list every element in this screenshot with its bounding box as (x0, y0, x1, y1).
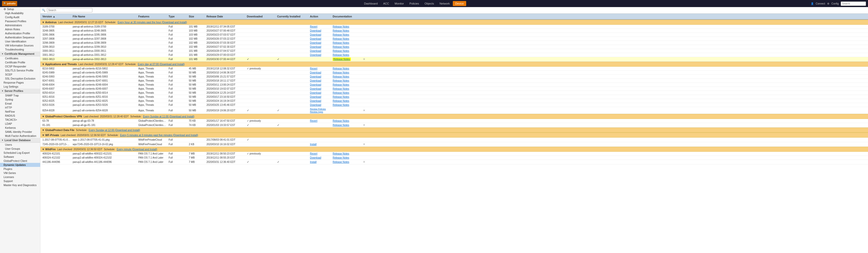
gp-vpn-schedule-link[interactable]: Every Sunday at 11:00 (Download and Inst… (143, 115, 194, 118)
row-close-btn[interactable]: ✕ (362, 143, 367, 146)
sidebar-item-saml[interactable]: SAML Identity Provider (0, 130, 40, 134)
sidebar-item-ocsp[interactable]: OCSP Responder (0, 64, 40, 68)
row-action[interactable]: Download (309, 79, 332, 82)
config-label[interactable]: Config (831, 2, 839, 5)
sidebar-item-setup[interactable]: ⚙Setup (0, 7, 40, 11)
gp-data-schedule-link[interactable]: Every Sunday at 12:00 (Download and Inst… (89, 129, 140, 131)
row-action[interactable]: Download (309, 87, 332, 90)
row-action[interactable]: Download (309, 71, 332, 74)
nav-network[interactable]: Network (437, 1, 452, 6)
row-doc[interactable]: Release Notes (332, 53, 362, 57)
row-doc[interactable]: Release Notes (332, 75, 362, 78)
sidebar-item-admin-roles[interactable]: Admin Roles (0, 27, 40, 31)
row-doc[interactable]: Release Notes (332, 124, 362, 127)
sidebar-item-auth-sequence[interactable]: Authentication Sequence (0, 35, 40, 39)
row-close-btn[interactable]: ✕ (362, 108, 367, 113)
col-size[interactable]: Size (188, 14, 206, 19)
sidebar-item-master-key[interactable]: Master Key and Diagnostics (0, 183, 40, 187)
sidebar-item-syslog[interactable]: Syslog (0, 97, 40, 101)
sidebar-item-scep[interactable]: SCEP (0, 72, 40, 76)
sidebar-item-tacacs[interactable]: TACACS+ (0, 118, 40, 122)
sidebar-header-local-users[interactable]: ▼Local User Database (0, 138, 40, 143)
sidebar-item-snmp[interactable]: SNMP Trap (0, 93, 40, 97)
sidebar-header-server-profiles[interactable]: ▼Server Profiles (0, 89, 40, 93)
sidebar-item-netflow[interactable]: NetFlow (0, 109, 40, 114)
sidebar-item-user-id[interactable]: User Identification (0, 39, 40, 43)
sidebar-item-plugins[interactable]: Plugins (0, 167, 40, 171)
col-downloaded[interactable]: Downloaded (246, 14, 276, 19)
nav-device[interactable]: Device (453, 1, 466, 6)
top-search-input[interactable] (841, 1, 866, 6)
row-action[interactable]: Revert (309, 67, 332, 70)
nav-policies[interactable]: Policies (407, 1, 422, 6)
sidebar-item-response-pages[interactable]: Response Pages (0, 81, 40, 85)
row-doc[interactable]: Release Notes (332, 67, 362, 70)
sidebar-item-troubleshooting[interactable]: Troubleshooting (0, 48, 40, 52)
sidebar-item-users[interactable]: Users (0, 143, 40, 147)
sidebar-item-ldap[interactable]: LDAP (0, 122, 40, 126)
col-action[interactable]: Action (309, 14, 332, 19)
row-doc[interactable]: Release Notes (332, 49, 362, 53)
row-doc[interactable]: Release Notes (332, 83, 362, 86)
apps-threats-schedule-link[interactable]: Every day at 07:00 (Download and Install… (138, 63, 185, 66)
nav-acc[interactable]: ACC (381, 1, 392, 6)
sidebar-item-gp-client[interactable]: GlobalProtect Client (0, 159, 40, 163)
sidebar-item-auth-profile[interactable]: Authentication Profile (0, 31, 40, 35)
sidebar-item-user-groups[interactable]: User Groups (0, 147, 40, 151)
sidebar-item-ssl-decryption[interactable]: SSL Decryption Exclusion (0, 76, 40, 81)
row-action[interactable]: Install (309, 143, 332, 146)
row-action[interactable]: Revert (309, 25, 332, 28)
sidebar-item-mfa[interactable]: Multi Factor Authentication (0, 134, 40, 138)
row-action[interactable]: Review PoliciesReview Apps (309, 107, 332, 114)
sidebar-item-scheduled-log[interactable]: Scheduled Log Export (0, 151, 40, 155)
col-filename[interactable]: File Name (72, 14, 137, 19)
sidebar-item-log-settings[interactable]: Log Settings (0, 85, 40, 89)
row-doc[interactable]: Release Notes (332, 87, 362, 90)
sidebar-item-vm-info[interactable]: VM Information Sources (0, 43, 40, 48)
row-doc[interactable]: Release Notes (332, 99, 362, 102)
row-action[interactable]: Download (309, 103, 332, 106)
row-doc[interactable]: Release Notes (332, 79, 362, 82)
row-doc[interactable]: Release Notes (332, 160, 362, 164)
col-version[interactable]: Version ▲ (41, 14, 72, 19)
row-action[interactable]: Download (309, 37, 332, 40)
row-doc[interactable]: Release Notes (332, 119, 362, 123)
row-action[interactable]: Download (309, 95, 332, 98)
row-action[interactable]: Download (309, 91, 332, 94)
row-doc[interactable]: Release Notes (332, 156, 362, 159)
sidebar-item-licenses[interactable]: Licenses (0, 175, 40, 179)
row-doc[interactable]: Release Notes (332, 103, 362, 106)
wildfire-schedule-link[interactable]: Every minute (Download and Install) (117, 148, 157, 151)
row-close-btn[interactable]: ✕ (362, 57, 367, 61)
row-doc[interactable]: Release Notes (332, 71, 362, 74)
antivirus-schedule-link[interactable]: Every hour at 30 minutes past the hour (… (118, 21, 187, 24)
sidebar-item-kerberos[interactable]: Kerberos (0, 126, 40, 130)
row-action[interactable]: Download (309, 83, 332, 86)
row-action[interactable]: Revert (309, 152, 332, 155)
row-doc[interactable]: Release Notes (332, 41, 362, 44)
sidebar-item-email[interactable]: Email (0, 101, 40, 105)
nav-dashboard[interactable]: Dashboard (362, 1, 380, 6)
row-action[interactable]: Download (309, 33, 332, 36)
row-action[interactable]: Download (309, 75, 332, 78)
sidebar-item-administrators[interactable]: Administrators (0, 23, 40, 27)
row-action[interactable]: Download (309, 99, 332, 102)
sidebar-item-dynamic-updates[interactable]: Dynamic Updates (0, 163, 40, 167)
row-doc[interactable]: Release Notes (332, 45, 362, 49)
nav-objects[interactable]: Objects (422, 1, 436, 6)
row-doc[interactable]: Release Notes (332, 152, 362, 155)
search-input[interactable] (47, 8, 92, 12)
sidebar-item-certificates[interactable]: Certificates (0, 56, 40, 60)
sidebar-item-cert-profile[interactable]: Certificate Profile (0, 60, 40, 64)
row-action[interactable]: Install (309, 160, 332, 164)
sidebar-item-password-profiles[interactable]: Password Profiles (0, 19, 40, 23)
row-doc[interactable]: Release Notes (332, 91, 362, 94)
sidebar-item-support[interactable]: Support (0, 179, 40, 183)
col-type[interactable]: Type (167, 14, 188, 19)
col-installed[interactable]: Currently Installed (276, 14, 309, 19)
nav-monitor[interactable]: Monitor (392, 1, 407, 6)
sidebar-item-http[interactable]: HTTP (0, 105, 40, 109)
row-doc[interactable]: Release Notes (332, 25, 362, 28)
row-action[interactable]: Download (309, 41, 332, 44)
row-action[interactable]: Download (309, 53, 332, 57)
